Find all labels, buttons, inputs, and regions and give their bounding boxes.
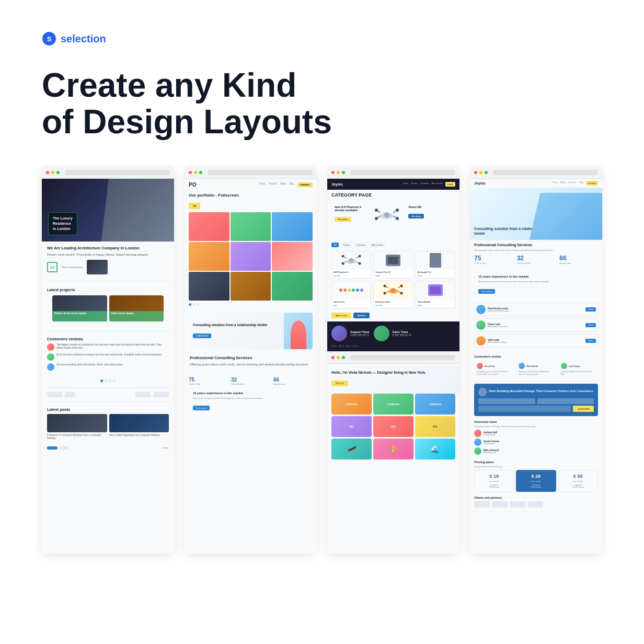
pricing-card-2: € 26 per month 15 Projects50 GB Storage [516,470,556,492]
building-thumbnail [87,260,108,274]
contact-info-1: Support Team 8 800 555 54 71 [350,330,370,337]
cons4-nav: Home About Services Blog Contact [553,181,598,186]
latest-posts: Latest posts 5 Reasons To Choose A Windo… [42,404,174,443]
color-card-4: 622 [331,416,372,437]
feature-panel-1: Pixel-Perfect tools High-quality design … [474,303,598,316]
brand-logo-text: selection [61,33,106,45]
filter-drones[interactable]: Drones [340,243,352,247]
ecom-nav: Home Drones Cameras Accessories Login [403,182,455,187]
team-role-2: UI Developer [484,443,499,445]
ecom-logo: Jeyms [331,182,343,186]
reviewer-av-1 [477,363,483,369]
stat-1: 75 Years of exp [189,377,228,385]
cta-input-name[interactable] [478,398,535,404]
svg-text:🌊: 🌊 [431,445,440,454]
url-bar-3b [350,355,455,360]
contact-avatar-2 [374,326,389,341]
dot-red-2 [189,171,192,174]
contact-phone-1: 8 800 555 54 71 [350,334,370,337]
feature-content-2: Clean code Well-organized structure [488,323,583,328]
reviews-title: Customers reviews [47,337,169,341]
featured-prod2-btn[interactable]: See more [408,214,424,218]
card1-hero-image: The LuxuryResidencein London [42,179,174,242]
product-name-4: Color Pack [332,300,371,304]
project-label-2: Urban house design [109,311,164,321]
headline: Create any Kind of Design Layouts [42,67,335,141]
featured-prod-btn[interactable]: Shop Now [335,217,351,222]
designer-section-start: Hello, I'm Viola Nichols — Designer livi… [327,351,459,459]
footer-link-contact: Contact [351,344,359,347]
svg-point-30 [384,285,386,288]
feature-text-2: Well-organized structure [488,326,583,328]
footer-toolbar [42,390,174,399]
ecom-nav-3: Cameras [420,182,429,187]
cons4-people-image [530,193,602,240]
ecom-nav-4: Accessories [432,182,443,187]
feature-text-1: High-quality design assets [488,310,583,312]
consulting-btn[interactable]: Learn more [193,334,211,338]
nav-cta: CONTACT [297,182,313,187]
screenshot-card-consulting: Jeyms Home About Services Blog Contact C… [470,167,602,554]
cta-input-email[interactable] [537,398,594,404]
reviewer-av-2 [519,363,525,369]
reviewer-row-1: Anna Pink [477,363,511,369]
cta-icon [478,388,487,396]
cta-input-msg[interactable] [478,406,571,412]
contact-pairs: Support Team 8 800 555 54 71 Sales Team … [331,326,455,341]
reviewer-name-2: Mark Muller [526,365,538,367]
team-member-1: Andrew Hall Lead Designer [474,430,598,437]
category-title: CATEGORY PAGE [331,192,455,198]
portfolio-header: PO Home Portfolio About Blog CONTACT [185,179,317,191]
cons4-exp-desc: We help businesses of all sizes grow the… [478,280,594,283]
contact-phone-2: 8 800 555 54 71 [393,334,411,337]
dot-r-3b [331,356,335,359]
feature-btn-2[interactable]: Select [585,323,596,327]
team-av-3 [474,447,481,455]
browser-chrome-3b [327,352,459,364]
page-wrapper: S selection Create any Kind of Design La… [0,0,644,644]
cons4-stat-1: 75 Years of exp [474,255,513,264]
cons4-stat-2: 32 Clients served [517,255,556,264]
team-member-2: Sarah Connor UI Developer [474,439,598,446]
portfolio-cell-5 [231,242,271,271]
svg-text:S: S [47,35,52,43]
post-label-2: How to Start Organizing Your Computer De… [109,434,169,437]
cta-submit-btn[interactable]: SUBSCRIBE [573,406,594,412]
filter-all[interactable]: All [331,243,339,247]
cons4-services-desc: Offering great-value credit cards, secur… [474,249,598,252]
browser-chrome-4 [470,167,602,179]
footer-btn-1 [47,392,63,397]
reviews-block-title: Customers review [474,355,598,358]
price-features-2: 15 Projects50 GB Storage [519,484,553,488]
filter-cameras[interactable]: Cameras [354,243,367,247]
stat-number-2: 32 [231,377,270,383]
architecture-about: We Are Leading Architecture Company in L… [42,242,174,279]
portfolio-all-btn[interactable]: All [189,203,200,209]
cta-title: Start Building Beautiful Design That Con… [489,389,593,394]
ecom-header: Jeyms Home Drones Cameras Accessories Lo… [327,179,459,190]
designer-hire-btn[interactable]: Hire me [331,381,348,386]
review-text-2: By far the best architecture company we … [56,353,162,356]
product-grid: DJI Phantom 4 $1,299 Camera Pro X3 $899 [327,249,459,310]
buy-btn[interactable]: Add to Cart [331,313,351,318]
price-label-2: per month [519,480,553,482]
reviewer-avatar-2 [47,353,54,361]
reviewer-row-2: Mark Muller [519,363,553,369]
portfolio-cell-4 [189,242,229,271]
experience-block: 12 years experience in the market Automa… [189,388,313,414]
stat-2: 32 Clients served [231,377,270,385]
cons4-exp-btn[interactable]: See activity [478,289,495,294]
product-img-2 [374,251,412,270]
exp-btn[interactable]: See activity [193,406,210,410]
designer-hero: Hello, I'm Viola Nichols — Designer livi… [327,366,459,394]
feature-btn-1[interactable]: Select [585,307,596,312]
stat-label-3: Awards won [273,383,313,385]
feature-btn-3[interactable]: Select [585,339,596,343]
wishlist-btn[interactable]: Wishlist [353,313,370,318]
portfolio-logo: PO [189,182,196,188]
portfolio-cell-8 [231,272,271,301]
consulting-text: Consulting solution from a relationship … [189,319,284,343]
product-item-5: Phantom Gold $1,599 [373,281,413,308]
filter-accessories[interactable]: Accessories [370,243,386,247]
partner-logo-3 [510,501,525,508]
